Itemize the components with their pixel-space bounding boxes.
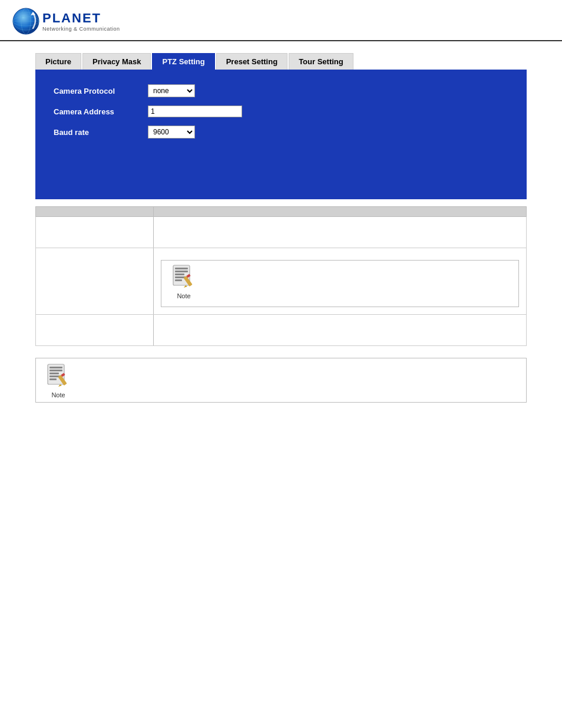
svg-rect-7 [175, 268, 188, 269]
camera-protocol-group: Camera Protocol none Pelco-D Pelco-P [54, 84, 508, 97]
camera-protocol-control: none Pelco-D Pelco-P [148, 84, 195, 97]
table-row2-col2: Note [154, 248, 527, 315]
table-row: Note [36, 248, 527, 315]
table-row3-col1 [36, 315, 154, 346]
main-content: Picture Privacy Mask PTZ Setting Preset … [0, 41, 562, 414]
table-header-row [36, 207, 527, 217]
camera-protocol-select[interactable]: none Pelco-D Pelco-P [148, 84, 195, 97]
tab-bar: Picture Privacy Mask PTZ Setting Preset … [35, 53, 527, 70]
page-header: PLANET Networking & Communication [0, 0, 562, 41]
table-row [36, 315, 527, 346]
table-row [36, 217, 527, 248]
bottom-note-icon [44, 362, 72, 390]
svg-rect-11 [175, 279, 182, 281]
camera-protocol-label: Camera Protocol [54, 87, 148, 95]
svg-rect-8 [175, 271, 188, 272]
tab-picture[interactable]: Picture [35, 53, 81, 70]
camera-address-group: Camera Address [54, 106, 508, 117]
info-table: Note [35, 206, 527, 346]
tab-ptz-setting[interactable]: PTZ Setting [152, 53, 214, 70]
logo-planet-label: PLANET [42, 11, 120, 26]
logo-sub-label: Networking & Communication [42, 26, 120, 32]
camera-address-label: Camera Address [54, 107, 148, 116]
svg-rect-20 [49, 378, 57, 380]
inline-note-icon-wrap: Note [166, 263, 201, 299]
bottom-note-label: Note [51, 391, 65, 398]
svg-rect-17 [49, 370, 62, 371]
logo-globe-icon [12, 7, 40, 35]
logo: PLANET Networking & Communication [12, 7, 120, 35]
baud-rate-select[interactable]: 1200 2400 4800 9600 19200 38400 57600 11… [148, 126, 195, 139]
ptz-panel: Camera Protocol none Pelco-D Pelco-P Cam… [35, 70, 527, 199]
camera-address-input[interactable] [148, 106, 242, 117]
tab-privacy-mask[interactable]: Privacy Mask [82, 53, 151, 70]
svg-marker-13 [184, 285, 187, 288]
table-row1-col2 [154, 217, 527, 248]
baud-rate-group: Baud rate 1200 2400 4800 9600 19200 3840… [54, 126, 508, 139]
baud-rate-label: Baud rate [54, 128, 148, 137]
bottom-note-icon-wrap: Note [41, 362, 76, 398]
svg-rect-18 [49, 373, 59, 374]
inline-note-icon [170, 263, 198, 291]
tab-preset-setting[interactable]: Preset Setting [216, 53, 287, 70]
camera-address-control [148, 106, 242, 117]
tab-tour-setting[interactable]: Tour Setting [289, 53, 353, 70]
baud-rate-control: 1200 2400 4800 9600 19200 38400 57600 11… [148, 126, 195, 139]
inline-note-label: Note [177, 292, 190, 299]
inline-note-box: Note [161, 260, 519, 307]
logo-text: PLANET Networking & Communication [42, 11, 120, 32]
svg-rect-9 [175, 274, 184, 275]
table-row2-col1 [36, 248, 154, 315]
svg-rect-16 [49, 367, 62, 368]
bottom-note-box: Note [35, 358, 527, 403]
table-row1-col1 [36, 217, 154, 248]
table-col1-header [36, 207, 154, 217]
table-row3-col2 [154, 315, 527, 346]
table-col2-header [154, 207, 527, 217]
